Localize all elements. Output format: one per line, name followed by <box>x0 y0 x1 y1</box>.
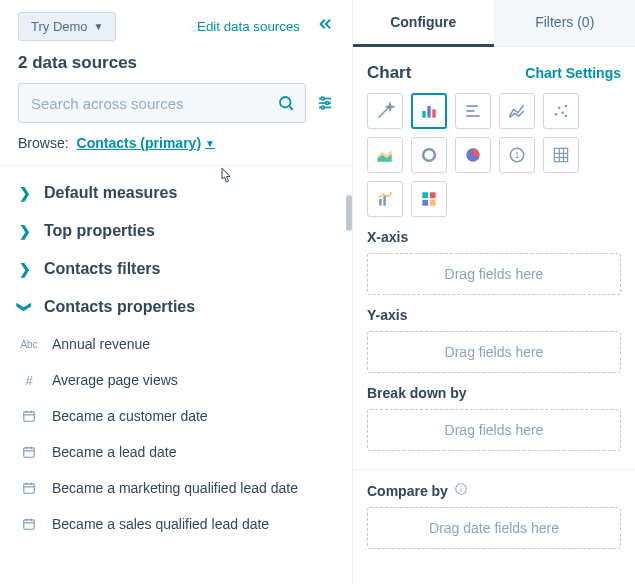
svg-point-32 <box>561 111 564 114</box>
group-label: Contacts properties <box>44 298 195 316</box>
browse-source-value: Contacts (primary) <box>77 135 201 151</box>
chart-type-summary[interactable] <box>411 181 447 217</box>
svg-point-7 <box>321 106 324 109</box>
y-axis-dropzone[interactable]: Drag fields here <box>367 331 621 373</box>
chart-settings-link[interactable]: Chart Settings <box>525 65 621 81</box>
x-axis-label: X-axis <box>367 229 621 245</box>
top-right-controls: Edit data sources <box>191 15 334 38</box>
group-top-properties[interactable]: ❯ Top properties <box>0 212 352 250</box>
chart-type-table[interactable] <box>543 137 579 173</box>
svg-line-1 <box>289 106 292 109</box>
svg-point-31 <box>558 106 561 109</box>
search-box[interactable] <box>18 83 306 123</box>
chevron-right-icon: ❯ <box>18 185 32 201</box>
svg-rect-26 <box>432 109 435 117</box>
info-icon[interactable] <box>454 482 468 499</box>
chevron-right-icon: ❯ <box>18 261 32 277</box>
number-type-icon: # <box>20 373 38 388</box>
property-label: Became a marketing qualified lead date <box>52 480 298 496</box>
compare-label-row: Compare by <box>367 482 621 499</box>
compare-section: Compare by Drag date fields here <box>353 470 635 549</box>
property-label: Became a lead date <box>52 444 177 460</box>
edit-data-sources-button[interactable]: Edit data sources <box>191 18 306 35</box>
chart-type-grid: 1 <box>367 93 621 217</box>
property-label: Became a customer date <box>52 408 208 424</box>
app-root: Try Demo ▼ Edit data sources 2 data sour… <box>0 0 635 584</box>
svg-rect-45 <box>383 196 386 206</box>
search-row <box>0 83 352 135</box>
svg-rect-16 <box>24 484 35 493</box>
search-input[interactable] <box>29 94 277 113</box>
chart-type-line[interactable] <box>499 93 535 129</box>
breakdown-dropzone[interactable]: Drag fields here <box>367 409 621 451</box>
chart-type-area[interactable] <box>367 137 403 173</box>
text-type-icon: Abc <box>20 339 38 350</box>
chevron-down-icon: ▼ <box>94 21 104 32</box>
properties-list: Abc Annual revenue # Average page views … <box>0 326 352 542</box>
top-controls: Try Demo ▼ Edit data sources <box>0 0 352 41</box>
group-contacts-properties[interactable]: ❯ Contacts properties <box>0 288 352 326</box>
config-tabs: Configure Filters (0) <box>353 0 635 47</box>
chevron-down-icon: ▼ <box>205 138 215 149</box>
svg-text:1: 1 <box>515 150 520 160</box>
property-label: Annual revenue <box>52 336 150 352</box>
date-type-icon <box>20 409 38 423</box>
date-type-icon <box>20 481 38 495</box>
chart-type-combo[interactable] <box>367 181 403 217</box>
field-groups: ❯ Default measures ❯ Top properties ❯ Co… <box>0 166 352 584</box>
svg-rect-48 <box>422 200 428 206</box>
date-type-icon <box>20 517 38 531</box>
svg-rect-39 <box>554 148 567 161</box>
scrollbar-thumb[interactable] <box>346 195 352 231</box>
svg-point-5 <box>321 97 324 100</box>
svg-point-33 <box>565 105 568 108</box>
group-label: Top properties <box>44 222 155 240</box>
property-item[interactable]: # Average page views <box>0 362 352 398</box>
chart-type-donut[interactable] <box>411 137 447 173</box>
property-item[interactable]: Became a sales qualified lead date <box>0 506 352 542</box>
breakdown-label: Break down by <box>367 385 621 401</box>
compare-dropzone[interactable]: Drag date fields here <box>367 507 621 549</box>
y-axis-label: Y-axis <box>367 307 621 323</box>
property-item[interactable]: Became a marketing qualified lead date <box>0 470 352 506</box>
group-label: Default measures <box>44 184 177 202</box>
data-sources-heading: 2 data sources <box>0 41 352 83</box>
chevron-right-icon: ❯ <box>18 223 32 239</box>
x-axis-dropzone[interactable]: Drag fields here <box>367 253 621 295</box>
breakdown-section: Break down by Drag fields here <box>353 373 635 451</box>
property-item[interactable]: Became a customer date <box>0 398 352 434</box>
date-type-icon <box>20 445 38 459</box>
property-item[interactable]: Abc Annual revenue <box>0 326 352 362</box>
svg-point-35 <box>423 149 435 161</box>
group-label: Contacts filters <box>44 260 160 278</box>
group-default-measures[interactable]: ❯ Default measures <box>0 174 352 212</box>
chart-type-bar-horizontal[interactable] <box>455 93 491 129</box>
chart-section-head: Chart Chart Settings <box>367 63 621 83</box>
svg-point-0 <box>280 97 291 108</box>
try-demo-label: Try Demo <box>31 19 88 34</box>
chart-type-magic[interactable] <box>367 93 403 129</box>
svg-point-30 <box>555 113 558 116</box>
browse-source-dropdown[interactable]: Contacts (primary) ▼ <box>77 135 215 151</box>
tab-configure[interactable]: Configure <box>353 0 494 47</box>
chart-type-scatter[interactable] <box>543 93 579 129</box>
chevron-down-icon: ❯ <box>17 300 33 314</box>
svg-point-6 <box>326 102 329 105</box>
group-contacts-filters[interactable]: ❯ Contacts filters <box>0 250 352 288</box>
collapse-panel-icon[interactable] <box>316 15 334 38</box>
svg-rect-46 <box>422 192 428 198</box>
search-icon[interactable] <box>277 94 295 112</box>
svg-rect-25 <box>427 106 430 118</box>
chart-section: Chart Chart Settings 1 <box>353 47 635 217</box>
browse-row: Browse: Contacts (primary) ▼ <box>0 135 352 165</box>
x-axis-section: X-axis Drag fields here <box>353 217 635 295</box>
filter-settings-icon[interactable] <box>316 94 334 112</box>
property-item[interactable]: Became a lead date <box>0 434 352 470</box>
left-panel: Try Demo ▼ Edit data sources 2 data sour… <box>0 0 353 584</box>
chart-type-pie[interactable] <box>455 137 491 173</box>
chart-type-bar-vertical[interactable] <box>411 93 447 129</box>
svg-rect-12 <box>24 448 35 457</box>
try-demo-button[interactable]: Try Demo ▼ <box>18 12 116 41</box>
chart-type-kpi[interactable]: 1 <box>499 137 535 173</box>
tab-filters[interactable]: Filters (0) <box>494 0 636 46</box>
